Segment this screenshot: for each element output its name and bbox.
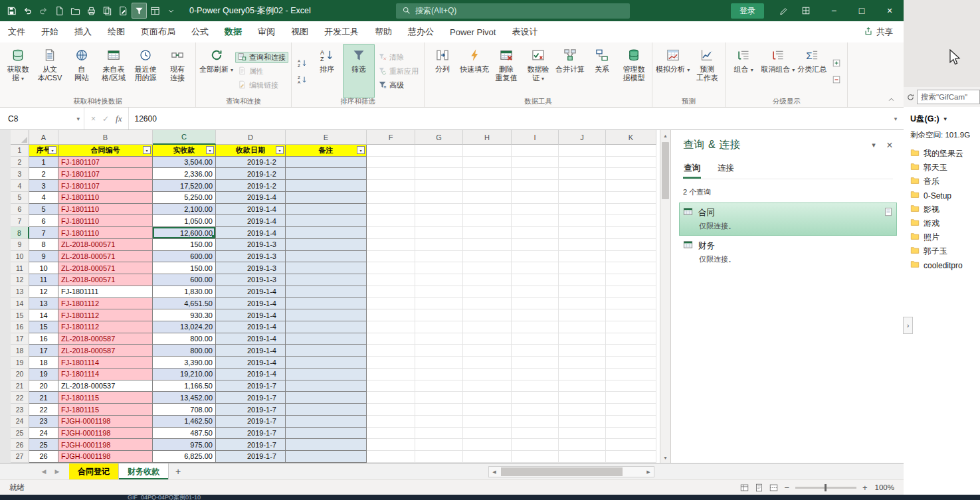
horizontal-scrollbar[interactable]: ◀ ▶ bbox=[488, 466, 654, 477]
cell-D3[interactable]: 2019-1-2 bbox=[216, 168, 286, 180]
cell-A20[interactable]: 19 bbox=[29, 369, 58, 380]
cell-D1[interactable]: 收款日期▾ bbox=[216, 145, 286, 157]
cell-A27[interactable]: 26 bbox=[29, 451, 58, 463]
page-layout-view-button[interactable] bbox=[755, 483, 763, 492]
cell-H26[interactable] bbox=[463, 439, 512, 451]
cell-I16[interactable] bbox=[512, 321, 559, 333]
cell-A24[interactable]: 23 bbox=[29, 416, 58, 428]
cell-A9[interactable]: 8 bbox=[29, 239, 58, 251]
cell-K19[interactable] bbox=[606, 357, 656, 369]
ribbon-button-hide-detail[interactable] bbox=[829, 72, 844, 87]
cell-K12[interactable] bbox=[606, 274, 656, 286]
cell-D17[interactable]: 2019-1-4 bbox=[216, 333, 286, 345]
cell-E4[interactable] bbox=[286, 180, 367, 192]
cell-A22[interactable]: 21 bbox=[29, 392, 58, 404]
cell-J21[interactable] bbox=[559, 380, 606, 392]
ribbon-button-filter[interactable]: 筛选 bbox=[343, 44, 375, 98]
row-header-10[interactable]: 10 bbox=[11, 251, 29, 263]
cell-F19[interactable] bbox=[367, 357, 415, 369]
row-header-14[interactable]: 14 bbox=[11, 298, 29, 310]
row-header-21[interactable]: 21 bbox=[11, 380, 29, 392]
cell-B8[interactable]: FJ-1801110 bbox=[58, 227, 153, 239]
ribbon-tab-13[interactable]: 表设计 bbox=[504, 21, 545, 42]
filter-icon[interactable] bbox=[132, 3, 147, 19]
ribbon-button-reapply-filter[interactable]: 重新应用 bbox=[375, 66, 421, 77]
cell-B7[interactable]: FJ-1801110 bbox=[58, 215, 153, 227]
cell-C6[interactable]: 2,100.00 bbox=[153, 204, 216, 216]
cell-A15[interactable]: 14 bbox=[29, 309, 58, 321]
cell-I14[interactable] bbox=[512, 298, 559, 310]
cell-F18[interactable] bbox=[367, 345, 415, 357]
cell-J7[interactable] bbox=[559, 215, 606, 227]
cell-D5[interactable]: 2019-1-4 bbox=[216, 192, 286, 204]
row-header-11[interactable]: 11 bbox=[11, 262, 29, 274]
cell-E12[interactable] bbox=[286, 274, 367, 286]
cell-H8[interactable] bbox=[463, 227, 512, 239]
page-break-view-button[interactable] bbox=[769, 483, 778, 492]
folder-item[interactable]: 0-Setup bbox=[910, 189, 980, 203]
cell-K3[interactable] bbox=[606, 168, 656, 180]
cell-B23[interactable]: FJ-1801115 bbox=[58, 404, 153, 416]
ribbon-tab-9[interactable]: 开发工具 bbox=[316, 21, 367, 42]
cell-H1[interactable] bbox=[463, 145, 512, 157]
cell-E11[interactable] bbox=[286, 262, 367, 274]
print-icon[interactable] bbox=[84, 3, 99, 19]
cell-E6[interactable] bbox=[286, 204, 367, 216]
cell-B16[interactable]: FJ-1801112 bbox=[58, 321, 153, 333]
cell-A14[interactable]: 13 bbox=[29, 298, 58, 310]
cell-E2[interactable] bbox=[286, 157, 367, 169]
cell-H10[interactable] bbox=[463, 251, 512, 263]
row-header-2[interactable]: 2 bbox=[11, 157, 29, 169]
column-header-F[interactable]: F bbox=[367, 130, 415, 145]
cell-D15[interactable]: 2019-1-4 bbox=[216, 309, 286, 321]
cell-K8[interactable] bbox=[606, 227, 656, 239]
vertical-scrollbar[interactable]: ▲ ▼ bbox=[660, 130, 670, 463]
maximize-button[interactable]: □ bbox=[848, 0, 876, 21]
cell-K26[interactable] bbox=[606, 439, 656, 451]
cell-K7[interactable] bbox=[606, 215, 656, 227]
ribbon-tab-8[interactable]: 视图 bbox=[283, 21, 316, 42]
cell-H9[interactable] bbox=[463, 239, 512, 251]
cell-H20[interactable] bbox=[463, 369, 512, 380]
cell-G17[interactable] bbox=[415, 333, 463, 345]
cell-D4[interactable]: 2019-1-2 bbox=[216, 180, 286, 192]
cell-C5[interactable]: 5,250.00 bbox=[153, 192, 216, 204]
cell-G22[interactable] bbox=[415, 392, 463, 404]
cell-J11[interactable] bbox=[559, 262, 606, 274]
header-filter-button[interactable]: ▾ bbox=[206, 146, 214, 154]
cell-D22[interactable]: 2019-1-7 bbox=[216, 392, 286, 404]
folder-item[interactable]: 我的坚果云 bbox=[910, 147, 980, 161]
cell-C21[interactable]: 1,166.50 bbox=[153, 380, 216, 392]
expand-panel-chevron[interactable]: › bbox=[903, 317, 913, 334]
login-button[interactable]: 登录 bbox=[731, 3, 764, 19]
collapse-ribbon-button[interactable] bbox=[884, 93, 898, 105]
cell-F3[interactable] bbox=[367, 168, 415, 180]
horizontal-scroll-thumb[interactable] bbox=[501, 467, 623, 476]
cell-A10[interactable]: 9 bbox=[29, 251, 58, 263]
cell-D25[interactable]: 2019-1-7 bbox=[216, 428, 286, 440]
cell-A6[interactable]: 5 bbox=[29, 204, 58, 216]
row-header-25[interactable]: 25 bbox=[11, 428, 29, 440]
row-header-6[interactable]: 6 bbox=[11, 204, 29, 216]
cell-C8[interactable]: 12,600.00 bbox=[153, 227, 216, 239]
cell-E26[interactable] bbox=[286, 439, 367, 451]
cell-C16[interactable]: 13,024.20 bbox=[153, 321, 216, 333]
cell-F16[interactable] bbox=[367, 321, 415, 333]
cell-J22[interactable] bbox=[559, 392, 606, 404]
cell-J8[interactable] bbox=[559, 227, 606, 239]
row-header-22[interactable]: 22 bbox=[11, 392, 29, 404]
cell-B2[interactable]: FJ-1801107 bbox=[58, 157, 153, 169]
cell-I21[interactable] bbox=[512, 380, 559, 392]
cell-A16[interactable]: 15 bbox=[29, 321, 58, 333]
cell-I8[interactable] bbox=[512, 227, 559, 239]
cell-I27[interactable] bbox=[512, 451, 559, 463]
cell-K4[interactable] bbox=[606, 180, 656, 192]
column-header-H[interactable]: H bbox=[463, 130, 512, 145]
cell-F1[interactable] bbox=[367, 145, 415, 157]
sheet-nav-right[interactable]: ▶ bbox=[50, 463, 64, 479]
scroll-down-arrow[interactable]: ▼ bbox=[660, 452, 670, 463]
cell-K24[interactable] bbox=[606, 416, 656, 428]
cell-H23[interactable] bbox=[463, 404, 512, 416]
pane-options-chevron[interactable]: ▾ bbox=[872, 141, 876, 149]
cell-E13[interactable] bbox=[286, 286, 367, 298]
